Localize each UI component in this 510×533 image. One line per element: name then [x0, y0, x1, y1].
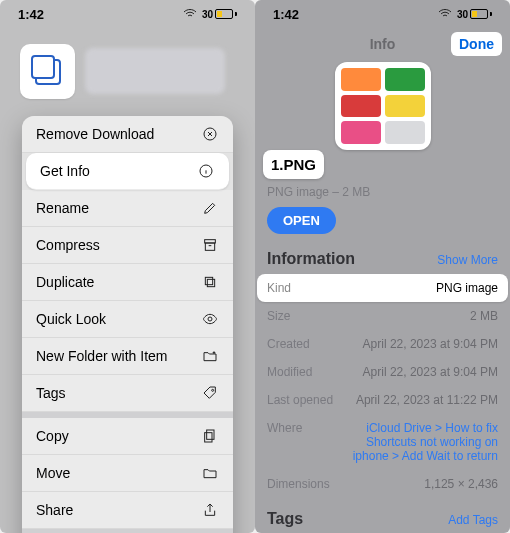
right-screenshot: 1:42 30 Info Done 1.PNG PNG image – 2 MB…	[255, 0, 510, 533]
status-right: 30	[182, 6, 237, 22]
row-last-opened: Last opened April 22, 2023 at 11:22 PM	[257, 386, 508, 414]
status-bar: 1:42 30	[0, 0, 255, 22]
row-kind: Kind PNG image	[257, 274, 508, 302]
duplicate-icon	[201, 274, 219, 290]
row-where: Where iCloud Drive > How to fix Shortcut…	[257, 414, 508, 470]
context-menu: Remove Download Get Info Rename Compress…	[22, 116, 233, 533]
blurred-filename	[85, 48, 225, 94]
menu-duplicate[interactable]: Duplicate	[22, 264, 233, 301]
file-name: 1.PNG	[263, 150, 324, 179]
menu-label: Duplicate	[36, 274, 94, 290]
tag-icon	[201, 385, 219, 401]
row-value-link[interactable]: iCloud Drive > How to fix Shortcuts not …	[348, 421, 498, 463]
row-key: Where	[267, 421, 302, 463]
done-button[interactable]: Done	[451, 32, 502, 56]
status-time: 1:42	[18, 7, 44, 22]
folder-icon	[201, 465, 219, 481]
information-section: Information Show More Kind PNG image Siz…	[255, 244, 510, 498]
menu-label: Rename	[36, 200, 89, 216]
row-key: Created	[267, 337, 310, 351]
show-more-link[interactable]: Show More	[437, 253, 498, 267]
left-screenshot: 1:42 30 Remove Download Get Info Rename …	[0, 0, 255, 533]
file-meta: PNG image – 2 MB	[255, 179, 510, 207]
menu-label: Move	[36, 465, 70, 481]
row-key: Last opened	[267, 393, 333, 407]
document-icon	[35, 59, 61, 85]
row-value: PNG image	[436, 281, 498, 295]
menu-remove-download[interactable]: Remove Download	[22, 116, 233, 153]
svg-point-7	[212, 389, 214, 391]
row-dimensions: Dimensions 1,125 × 2,436	[257, 470, 508, 498]
row-key: Size	[267, 309, 290, 323]
menu-label: Compress	[36, 237, 100, 253]
menu-label: Get Info	[40, 163, 90, 179]
status-bar: 1:42 30	[255, 0, 510, 22]
menu-quick-actions[interactable]: ›Quick Actions	[22, 529, 233, 533]
menu-share[interactable]: Share	[22, 492, 233, 529]
status-right: 30	[437, 6, 492, 22]
row-size: Size 2 MB	[257, 302, 508, 330]
file-name-callout: 1.PNG	[263, 150, 333, 179]
row-modified: Modified April 22, 2023 at 9:04 PM	[257, 358, 508, 386]
battery-indicator: 30	[202, 9, 237, 20]
row-value: April 22, 2023 at 9:04 PM	[363, 337, 498, 351]
menu-label: Quick Look	[36, 311, 106, 327]
svg-rect-4	[205, 277, 212, 284]
tags-section: Tags Add Tags	[255, 498, 510, 528]
menu-new-folder-with-item[interactable]: New Folder with Item	[22, 338, 233, 375]
menu-move[interactable]: Move	[22, 455, 233, 492]
menu-rename[interactable]: Rename	[22, 190, 233, 227]
menu-label: Remove Download	[36, 126, 154, 142]
info-circle-icon	[197, 163, 215, 179]
menu-tags[interactable]: Tags	[22, 375, 233, 412]
row-key: Modified	[267, 365, 312, 379]
row-created: Created April 22, 2023 at 9:04 PM	[257, 330, 508, 358]
add-tags-link[interactable]: Add Tags	[448, 513, 498, 527]
sheet-header: Info Done	[255, 30, 510, 150]
svg-rect-3	[205, 243, 214, 250]
file-thumbnail[interactable]	[20, 44, 75, 99]
share-icon	[201, 502, 219, 518]
menu-label: New Folder with Item	[36, 348, 167, 364]
pencil-icon	[201, 200, 219, 216]
row-value: April 22, 2023 at 11:22 PM	[356, 393, 498, 407]
svg-point-6	[208, 317, 212, 321]
row-key: Dimensions	[267, 477, 330, 491]
folder-plus-icon	[201, 348, 219, 364]
section-title: Tags	[267, 510, 303, 528]
row-key: Kind	[267, 281, 291, 295]
eye-icon	[201, 311, 219, 327]
wifi-icon	[437, 6, 453, 22]
row-value: 2 MB	[470, 309, 498, 323]
row-value: 1,125 × 2,436	[424, 477, 498, 491]
status-time: 1:42	[273, 7, 299, 22]
menu-quick-look[interactable]: Quick Look	[22, 301, 233, 338]
open-button[interactable]: OPEN	[267, 207, 336, 234]
file-preview-thumbnail	[335, 62, 431, 150]
menu-get-info[interactable]: Get Info	[26, 153, 229, 190]
battery-indicator: 30	[457, 9, 492, 20]
menu-compress[interactable]: Compress	[22, 227, 233, 264]
x-circle-icon	[201, 126, 219, 142]
copy-icon	[201, 428, 219, 444]
svg-rect-5	[207, 279, 214, 286]
svg-rect-9	[205, 433, 212, 442]
section-title: Information	[267, 250, 355, 268]
menu-copy[interactable]: Copy	[22, 412, 233, 455]
menu-label: Tags	[36, 385, 66, 401]
archive-icon	[201, 237, 219, 253]
menu-label: Share	[36, 502, 73, 518]
row-value: April 22, 2023 at 9:04 PM	[363, 365, 498, 379]
svg-rect-8	[207, 430, 214, 439]
wifi-icon	[182, 6, 198, 22]
menu-label: Copy	[36, 428, 69, 444]
